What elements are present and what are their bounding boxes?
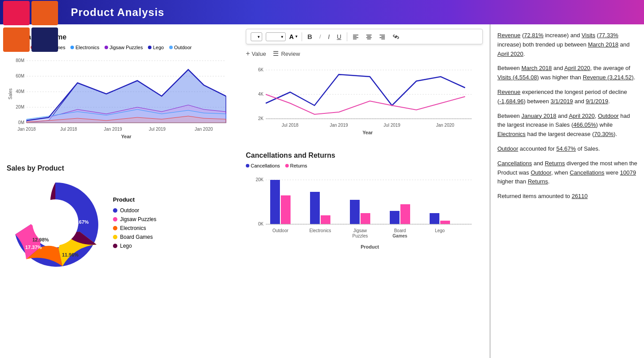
legend-jigsaw-item: Jigsaw Puzzles bbox=[113, 216, 156, 222]
svg-text:20K: 20K bbox=[256, 177, 264, 182]
outdoor-legend-dot bbox=[113, 208, 117, 213]
font-size-wrapper[interactable] bbox=[266, 32, 286, 41]
svg-text:Jul 2018: Jul 2018 bbox=[60, 127, 77, 132]
donut-legend: Product Outdoor Jigsaw Puzzles Electroni… bbox=[113, 196, 156, 249]
outdoor-label: Outdoor bbox=[174, 45, 192, 50]
svg-text:Lego: Lego bbox=[435, 228, 445, 233]
italic-button[interactable]: I bbox=[326, 32, 332, 41]
color-dropdown-icon: ▼ bbox=[295, 35, 298, 39]
legend-electronics-item: Electronics bbox=[113, 225, 156, 231]
svg-text:80M: 80M bbox=[16, 58, 24, 63]
svg-text:Jan 2019: Jan 2019 bbox=[104, 127, 122, 132]
align-right-button[interactable] bbox=[377, 33, 387, 41]
font-size-select[interactable] bbox=[266, 32, 286, 41]
font-color-a-icon: A bbox=[289, 33, 294, 40]
electronics-cancel-bar bbox=[310, 192, 320, 224]
legend-outdoor-item: Outdoor bbox=[113, 207, 156, 214]
insight-p6: Cancellations and Returns diverged the m… bbox=[497, 159, 637, 187]
link-button[interactable] bbox=[391, 33, 401, 41]
cancellations-dot bbox=[246, 164, 249, 167]
tab-row: + Value ☰ Review bbox=[246, 48, 483, 61]
bold-button[interactable]: B bbox=[306, 32, 314, 41]
donut-chart: 54.67% 17.37% 12.98% 11.96% bbox=[7, 176, 104, 269]
main-content: Sales across time Product Board Games El… bbox=[0, 24, 644, 358]
sales-by-product-section: Sales by Product bbox=[7, 164, 233, 269]
svg-text:0K: 0K bbox=[258, 222, 264, 226]
legend-jigsaw: Jigsaw Puzzles bbox=[105, 45, 143, 50]
insight-p5: Outdoor accounted for 54.67% of Sales. bbox=[497, 144, 637, 154]
legend-lego-item: Lego bbox=[113, 243, 156, 249]
cancellations-section: Cancellations and Returns Cancellations … bbox=[246, 152, 483, 259]
logo-block-orange1 bbox=[31, 1, 58, 25]
svg-text:Board: Board bbox=[394, 228, 406, 233]
insight-p7: Returned items amounted to 26110 bbox=[497, 192, 637, 201]
electronics-label: Electronics bbox=[75, 45, 99, 50]
header: Product Analysis bbox=[0, 0, 644, 24]
lego-cancel-bar bbox=[430, 213, 439, 224]
align-left-button[interactable] bbox=[351, 33, 361, 41]
board-games-legend-dot bbox=[113, 235, 117, 239]
insight-p1: Revenue (72.81% increase) and Visits (77… bbox=[497, 31, 637, 58]
jigsaw-cancel-bar bbox=[350, 200, 360, 224]
donut-area: 54.67% 17.37% 12.98% 11.96% Product Outd… bbox=[7, 176, 233, 269]
svg-text:Jul 2019: Jul 2019 bbox=[149, 127, 166, 132]
list-icon: ☰ bbox=[273, 50, 279, 58]
svg-text:60M: 60M bbox=[16, 74, 24, 78]
svg-text:Jul 2019: Jul 2019 bbox=[384, 123, 400, 128]
svg-text:20M: 20M bbox=[16, 105, 24, 109]
font-color-button[interactable]: A ▼ bbox=[289, 33, 298, 40]
logo-block-orange2 bbox=[3, 27, 30, 52]
review-tab[interactable]: ☰ Review bbox=[273, 50, 300, 58]
value-tab-label: Value bbox=[252, 51, 266, 57]
outdoor-return-bar bbox=[281, 195, 291, 224]
review-tab-label: Review bbox=[281, 51, 300, 57]
logo-block-pink bbox=[3, 1, 30, 25]
svg-text:Product: Product bbox=[361, 244, 379, 249]
donut-legend-title: Product bbox=[113, 196, 156, 203]
jigsaw-legend-label: Jigsaw Puzzles bbox=[120, 216, 156, 222]
mid-panel: A ▼ B / I U + Va bbox=[239, 24, 489, 358]
page-title: Product Analysis bbox=[71, 6, 164, 19]
cancellations-title: Cancellations and Returns bbox=[246, 152, 483, 160]
insight-p4: Between January 2018 and April 2020, Out… bbox=[497, 112, 637, 139]
underline-button[interactable]: U bbox=[335, 32, 343, 41]
divider-1 bbox=[302, 32, 302, 41]
svg-text:Puzzles: Puzzles bbox=[352, 233, 368, 238]
logo-area bbox=[0, 0, 64, 55]
value-tab[interactable]: + Value bbox=[246, 50, 266, 58]
svg-text:Sales: Sales bbox=[8, 88, 13, 99]
jigsaw-return-bar bbox=[361, 213, 370, 224]
insight-p2: Between March 2018 and April 2020, the a… bbox=[497, 64, 637, 82]
svg-text:Jan 2018: Jan 2018 bbox=[17, 127, 36, 132]
board-games-pct: 11.96% bbox=[62, 252, 79, 257]
jigsaw-dot bbox=[105, 46, 108, 49]
svg-text:Jan 2020: Jan 2020 bbox=[436, 123, 454, 128]
left-panel: Sales across time Product Board Games El… bbox=[0, 24, 239, 358]
jigsaw-legend-dot bbox=[113, 217, 117, 222]
svg-text:0M: 0M bbox=[18, 120, 24, 125]
svg-text:Games: Games bbox=[392, 233, 407, 238]
outdoor-dot bbox=[169, 46, 173, 49]
bar-chart: 20K 0K Outdoor bbox=[246, 171, 481, 257]
electronics-dot bbox=[70, 46, 74, 49]
svg-text:4K: 4K bbox=[258, 92, 264, 97]
logo-block-navy bbox=[31, 27, 58, 52]
legend-lego: Lego bbox=[148, 45, 163, 50]
align-center-button[interactable] bbox=[364, 33, 374, 41]
font-family-wrapper[interactable] bbox=[251, 32, 262, 41]
italic-divider: / bbox=[318, 32, 323, 41]
sales-by-product-title: Sales by Product bbox=[7, 164, 233, 172]
svg-text:40M: 40M bbox=[16, 89, 24, 94]
jigsaw-pct: 17.37% bbox=[25, 245, 42, 250]
lego-label: Lego bbox=[153, 45, 163, 50]
sales-time-chart: 80M 60M 40M 20M 0M Sales bbox=[7, 52, 233, 156]
legend-returns: Returns bbox=[285, 163, 307, 168]
jigsaw-label: Jigsaw Puzzles bbox=[109, 45, 143, 50]
formatting-toolbar[interactable]: A ▼ B / I U bbox=[246, 29, 483, 44]
svg-text:Year: Year bbox=[121, 134, 132, 139]
font-family-select[interactable] bbox=[251, 32, 262, 41]
electronics-legend-dot bbox=[113, 226, 117, 230]
plus-icon: + bbox=[246, 50, 250, 58]
lego-legend-dot bbox=[113, 244, 117, 248]
legend-board-games-item: Board Games bbox=[113, 234, 156, 240]
